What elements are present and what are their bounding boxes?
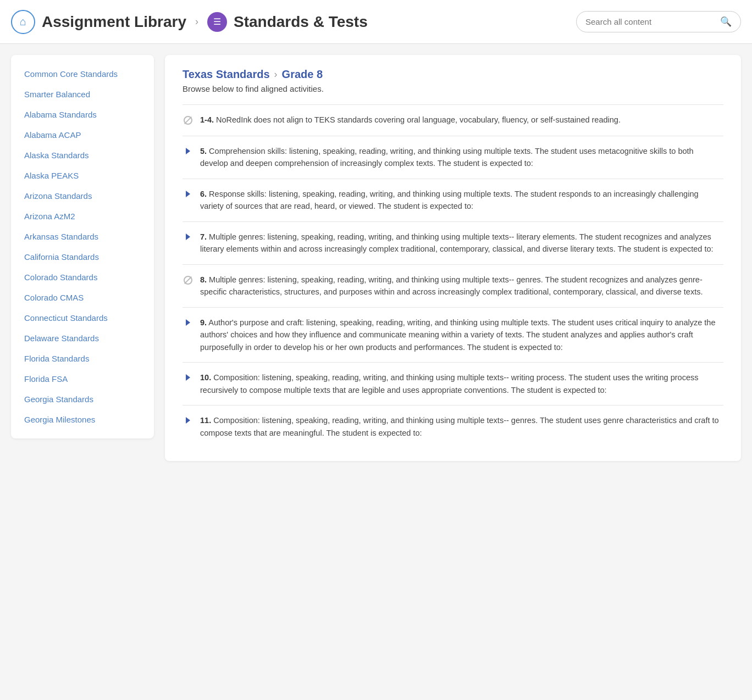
standard-text: 8. Multiple genres: listening, speaking,… — [200, 274, 723, 298]
standards-list: 1-4. NoRedInk does not align to TEKS sta… — [183, 104, 723, 448]
breadcrumb-separator: › — [195, 16, 198, 27]
standard-item[interactable]: 5. Comprehension skills: listening, spea… — [183, 136, 723, 179]
standard-text: 7. Multiple genres: listening, speaking,… — [200, 231, 723, 255]
chevron-icon — [183, 146, 193, 157]
standard-item[interactable]: 7. Multiple genres: listening, speaking,… — [183, 221, 723, 264]
standard-text: 10. Composition: listening, speaking, re… — [200, 371, 723, 396]
sidebar-item-common-core[interactable]: Common Core Standards — [11, 64, 154, 84]
disabled-icon — [183, 275, 193, 287]
standard-number: 6. — [200, 190, 207, 198]
chevron-icon — [183, 373, 193, 383]
sidebar-item-georgia-standards[interactable]: Georgia Standards — [11, 389, 154, 409]
sidebar-item-georgia-milestones[interactable]: Georgia Milestones — [11, 409, 154, 430]
content-breadcrumb-sep: › — [274, 69, 278, 80]
content-subtitle: Browse below to find aligned activities. — [183, 84, 723, 93]
sidebar-item-colorado-standards[interactable]: Colorado Standards — [11, 267, 154, 287]
standard-item[interactable]: 1-4. NoRedInk does not align to TEKS sta… — [183, 104, 723, 136]
sidebar: Common Core StandardsSmarter BalancedAla… — [11, 55, 154, 438]
sidebar-item-delaware-standards[interactable]: Delaware Standards — [11, 328, 154, 348]
standard-number: 9. — [200, 318, 207, 327]
sidebar-item-alabama-acap[interactable]: Alabama ACAP — [11, 125, 154, 145]
standard-item[interactable]: 9. Author's purpose and craft: listening… — [183, 307, 723, 362]
standard-number: 1-4. — [200, 115, 214, 124]
sidebar-item-alaska-standards[interactable]: Alaska Standards — [11, 145, 154, 165]
home-icon[interactable]: ⌂ — [11, 10, 35, 34]
standard-item[interactable]: 10. Composition: listening, speaking, re… — [183, 362, 723, 405]
sidebar-item-arkansas-standards[interactable]: Arkansas Standards — [11, 226, 154, 247]
content-breadcrumb-sub: Grade 8 — [282, 68, 323, 81]
standard-number: 5. — [200, 147, 207, 155]
standard-item[interactable]: 11. Composition: listening, speaking, re… — [183, 405, 723, 448]
chevron-icon — [183, 318, 193, 328]
sidebar-item-california-standards[interactable]: California Standards — [11, 247, 154, 267]
standard-text: 9. Author's purpose and craft: listening… — [200, 316, 723, 353]
sidebar-item-florida-standards[interactable]: Florida Standards — [11, 348, 154, 369]
content-breadcrumb: Texas Standards › Grade 8 — [183, 68, 723, 81]
standard-number: 10. — [200, 373, 211, 382]
assignment-library-title: Assignment Library — [42, 13, 186, 31]
sidebar-item-colorado-cmas[interactable]: Colorado CMAS — [11, 287, 154, 308]
standard-text: 5. Comprehension skills: listening, spea… — [200, 145, 723, 170]
search-input[interactable] — [585, 17, 720, 26]
standard-item[interactable]: 6. Response skills: listening, speaking,… — [183, 179, 723, 221]
sidebar-item-arizona-azm2[interactable]: Arizona AzM2 — [11, 206, 154, 226]
content-area: Texas Standards › Grade 8 Browse below t… — [165, 55, 741, 461]
header-breadcrumb: ⌂ Assignment Library › ☰ Standards & Tes… — [11, 10, 368, 34]
sidebar-item-alabama-standards[interactable]: Alabama Standards — [11, 104, 154, 125]
sidebar-item-smarter-balanced[interactable]: Smarter Balanced — [11, 84, 154, 104]
standard-item[interactable]: 8. Multiple genres: listening, speaking,… — [183, 264, 723, 307]
disabled-icon — [183, 115, 193, 127]
search-icon: 🔍 — [720, 16, 732, 27]
main-content: Common Core StandardsSmarter BalancedAla… — [0, 44, 752, 472]
standards-tests-title: Standards & Tests — [234, 13, 368, 31]
page-header: ⌂ Assignment Library › ☰ Standards & Tes… — [0, 0, 752, 44]
sidebar-item-connecticut-standards[interactable]: Connecticut Standards — [11, 308, 154, 328]
standards-tests-icon: ☰ — [207, 12, 227, 32]
sidebar-item-florida-fsa[interactable]: Florida FSA — [11, 369, 154, 389]
sidebar-item-arizona-standards[interactable]: Arizona Standards — [11, 186, 154, 206]
standard-text: 1-4. NoRedInk does not align to TEKS sta… — [200, 114, 621, 126]
chevron-icon — [183, 232, 193, 242]
standard-number: 7. — [200, 232, 207, 241]
content-breadcrumb-main[interactable]: Texas Standards — [183, 68, 270, 81]
search-box[interactable]: 🔍 — [576, 11, 741, 32]
chevron-icon — [183, 189, 193, 199]
sidebar-item-alaska-peaks[interactable]: Alaska PEAKS — [11, 165, 154, 186]
chevron-icon — [183, 415, 193, 426]
standard-number: 8. — [200, 275, 207, 284]
standard-number: 11. — [200, 416, 211, 425]
standard-text: 11. Composition: listening, speaking, re… — [200, 414, 723, 439]
standard-text: 6. Response skills: listening, speaking,… — [200, 188, 723, 213]
